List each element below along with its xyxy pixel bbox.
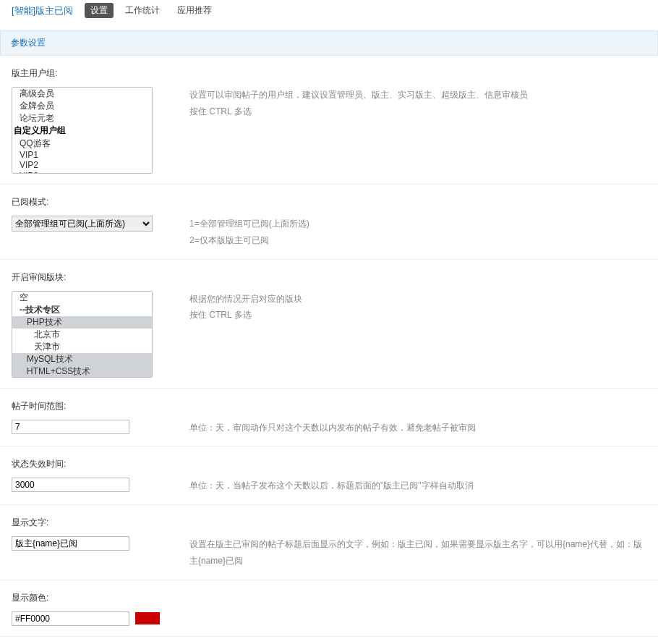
status-expire-desc: 单位：天，当帖子发布这个天数以后，标题后面的"版主已阅"字样自动取消 <box>178 478 474 494</box>
mod-group-desc: 设置可以审阅帖子的用户组，建议设置管理员、版主、实习版主、超级版主、信息审核员 … <box>178 87 528 120</box>
time-range-input[interactable] <box>12 420 129 434</box>
display-text-input[interactable] <box>12 536 129 551</box>
open-forum-select[interactable]: 空--技术专区 PHP技术 北京市 天津市 MySQL技术 HTML+CSS技术… <box>12 291 153 378</box>
open-forum-label: 开启审阅版块: <box>12 268 646 288</box>
display-text-desc: 设置在版主已审阅的帖子标题后面显示的文字，例如：版主已阅，如果需要显示版主名字，… <box>178 536 646 569</box>
section-title: 参数设置 <box>0 30 658 56</box>
read-mode-label: 已阅模式: <box>12 193 646 213</box>
read-mode-select[interactable]: 全部管理组可已阅(上面所选) <box>12 216 153 232</box>
time-range-desc: 单位：天，审阅动作只对这个天数以内发布的帖子有效，避免老帖子被审阅 <box>178 420 476 436</box>
tab-recommend[interactable]: 应用推荐 <box>171 3 218 18</box>
header: [智能]版主已阅 设置 工作统计 应用推荐 <box>0 0 658 22</box>
tab-stats[interactable]: 工作统计 <box>119 3 166 18</box>
display-text-label: 显示文字: <box>12 514 646 533</box>
color-swatch[interactable] <box>135 612 160 624</box>
tab-settings[interactable]: 设置 <box>85 3 114 18</box>
plugin-title[interactable]: [智能]版主已阅 <box>12 4 73 17</box>
time-range-label: 帖子时间范围: <box>12 397 646 417</box>
display-color-input[interactable] <box>12 611 129 626</box>
status-expire-label: 状态失效时间: <box>12 455 646 475</box>
read-mode-desc: 1=全部管理组可已阅(上面所选) 2=仅本版版主可已阅 <box>178 216 309 249</box>
open-forum-desc: 根据您的情况开启对应的版块 按住 CTRL 多选 <box>178 291 302 324</box>
display-color-label: 显示颜色: <box>12 589 646 609</box>
mod-group-select[interactable]: 高级会员金牌会员论坛元老QQ游客VIP1VIP2VIP3实习版主 <box>12 87 153 174</box>
mod-group-label: 版主用户组: <box>12 64 646 84</box>
status-expire-input[interactable] <box>12 478 129 492</box>
